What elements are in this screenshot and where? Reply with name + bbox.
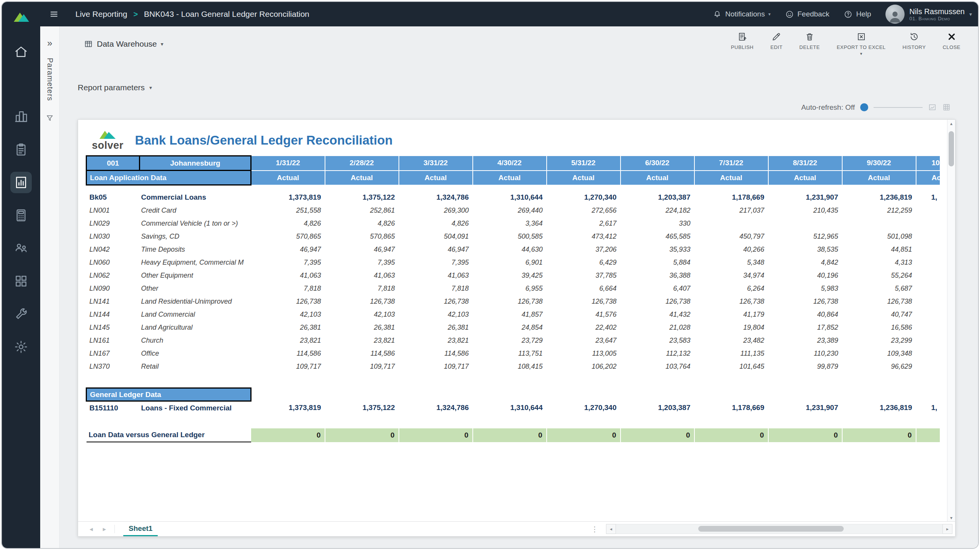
parameters-rail: » Parameters [40, 26, 60, 548]
cell-value: 23,482 [694, 334, 768, 347]
hamburger-menu-button[interactable] [49, 10, 59, 19]
kebab-handle[interactable]: ⋮ [591, 525, 598, 534]
horizontal-scrollbar[interactable]: ◂ ▸ [606, 524, 952, 534]
close-button[interactable]: CLOSE [942, 32, 960, 54]
cell-value: 109,717 [399, 360, 473, 373]
chevron-down-icon: ▾ [149, 85, 152, 91]
cell-value: 23,729 [473, 334, 547, 347]
filter-button[interactable] [46, 114, 54, 124]
cell-value: 41,432 [621, 308, 694, 321]
header-row-periods: 001Johannesburg1/31/222/28/223/31/224/30… [87, 156, 940, 171]
user-org: 01. Banking Demo [909, 16, 964, 21]
cell-value: 26,381 [325, 321, 399, 334]
sidebar-item-settings[interactable] [10, 336, 32, 358]
user-info: Nils Rasmussen 01. Banking Demo [909, 7, 964, 21]
cell-value: 1,324,786 [399, 191, 473, 204]
report-icon [14, 175, 28, 190]
report-card: solver Bank Loans/General Ledger Reconci… [78, 119, 956, 537]
cell-value: 473,412 [547, 230, 621, 243]
feedback-button[interactable]: Feedback [785, 10, 829, 19]
publish-button[interactable]: PUBLISH [731, 32, 753, 54]
delete-button[interactable]: DELETE [799, 32, 820, 54]
notifications-menu[interactable]: Notifications ▾ [713, 10, 771, 19]
grid-view-icon[interactable] [942, 103, 951, 112]
wrench-icon [14, 307, 28, 321]
expand-parameters-button[interactable]: » [47, 38, 52, 49]
cell-value: 1,375,122 [325, 191, 399, 204]
period-header: 4/30/22 [473, 156, 547, 171]
cell-value-clipped [916, 256, 940, 269]
sheet-tab-sheet1[interactable]: Sheet1 [123, 522, 158, 536]
section-row: General Ledger Data [87, 388, 940, 401]
scroll-down-arrow[interactable]: ▾ [947, 514, 955, 522]
cell-value: 22,402 [547, 321, 621, 334]
scroll-up-arrow[interactable]: ▴ [947, 120, 955, 127]
calculator-icon [14, 208, 28, 223]
period-header: 7/31/22 [694, 156, 768, 171]
variance-cell: 0 [325, 428, 399, 442]
sidebar-item-modules[interactable] [10, 270, 32, 292]
row-code: LN060 [87, 256, 140, 269]
vertical-scrollbar[interactable]: ▴ ▾ [947, 120, 955, 522]
empty-cell [473, 388, 547, 401]
app-window: Live Reporting > BNK043 - Loan General L… [1, 1, 979, 549]
sidebar-item-tasks[interactable] [10, 139, 32, 160]
history-button[interactable]: HISTORY [903, 32, 926, 54]
scroll-left-arrow[interactable]: ◂ [606, 524, 616, 534]
clipboard-icon [14, 142, 28, 157]
cell-value [768, 217, 842, 230]
edit-button[interactable]: EDIT [770, 32, 782, 54]
cell-value-clipped: 1, [916, 191, 940, 204]
sidebar-item-reports[interactable] [10, 172, 32, 193]
sheet-nav-right[interactable]: ▸ [103, 525, 106, 533]
popout-chart-icon[interactable] [928, 103, 937, 112]
scenario-header: Actual [842, 171, 916, 185]
horizontal-scroll-thumb[interactable] [698, 526, 844, 532]
sheet-nav-left[interactable]: ◂ [90, 525, 93, 533]
notifications-label: Notifications [725, 10, 765, 18]
divider [114, 525, 115, 533]
cell-value: 114,586 [325, 347, 399, 360]
cell-value: 5,348 [694, 256, 768, 269]
breadcrumb-root[interactable]: Live Reporting [75, 10, 127, 19]
user-menu[interactable]: Nils Rasmussen 01. Banking Demo ▾ [885, 5, 972, 24]
scroll-right-arrow[interactable]: ▸ [942, 524, 952, 534]
cell-value: 1,231,907 [768, 401, 842, 415]
breadcrumb-separator: > [133, 10, 138, 19]
row-code: LN161 [87, 334, 140, 347]
sidebar-item-home[interactable] [10, 41, 32, 62]
sidebar-item-tools[interactable] [10, 303, 32, 325]
avatar [885, 5, 905, 24]
detail-row: LN062Other Equipment41,06341,06341,06339… [87, 269, 940, 282]
report-parameters-toggle[interactable]: Report parameters ▾ [78, 83, 152, 92]
auto-refresh-slider-track[interactable] [874, 107, 923, 108]
cell-value: 114,586 [251, 347, 325, 360]
cell-value: 6,664 [547, 282, 621, 295]
data-source-dropdown[interactable]: Data Warehouse ▾ [84, 39, 163, 49]
export-to-excel-button[interactable]: EXPORT TO EXCEL ▾ [837, 32, 886, 54]
sidebar [2, 2, 40, 548]
sidebar-item-calculator[interactable] [10, 205, 32, 226]
auto-refresh-toggle[interactable] [860, 103, 868, 111]
topbar-right: Notifications ▾ Feedback Help Nils Rasmu… [713, 5, 972, 24]
cell-value: 46,947 [399, 243, 473, 256]
sheet-bar: ◂ ▸ Sheet1 ⋮ ◂ ▸ [78, 521, 955, 536]
sidebar-item-organizations[interactable] [10, 106, 32, 127]
toolbar-actions: PUBLISH EDIT DELETE EXPORT TO EXCEL ▾ [731, 32, 960, 54]
cell-value: 251,558 [251, 204, 325, 217]
cell-value: 269,440 [473, 204, 547, 217]
cell-value: 101,645 [694, 360, 768, 373]
chevron-down-icon: ▾ [969, 11, 972, 17]
row-code: LN001 [87, 204, 140, 217]
cell-value: 501,098 [842, 230, 916, 243]
cell-value: 24,854 [473, 321, 547, 334]
solver-logo-mark[interactable] [12, 7, 30, 26]
vertical-scroll-thumb[interactable] [949, 131, 954, 166]
scenario-header: Actual [473, 171, 547, 185]
cell-value: 252,861 [325, 204, 399, 217]
help-button[interactable]: Help [844, 10, 871, 19]
cell-value: 23,821 [399, 334, 473, 347]
cell-value: 41,576 [547, 308, 621, 321]
sidebar-item-collaboration[interactable] [10, 238, 32, 259]
horizontal-scroll-track[interactable] [616, 524, 942, 534]
